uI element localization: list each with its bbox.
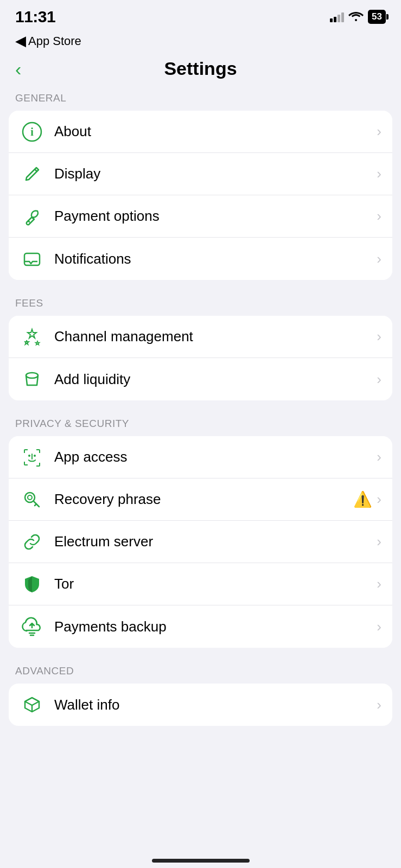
row-extras-add-liquidity: › [377,371,381,388]
section-advanced: ADVANCED Wallet info› [0,665,401,726]
back-button[interactable]: ‹ [15,60,21,78]
row-label-add-liquidity: Add liquidity [54,371,367,388]
page-title: Settings [164,58,237,79]
chevron-right-icon: › [377,449,381,465]
settings-sections: GENERAL i About› Display› Payment option… [0,92,401,726]
chevron-right-icon: › [377,618,381,635]
signal-icon [330,11,344,22]
chevron-right-icon: › [377,123,381,140]
row-label-recovery-phrase: Recovery phrase [54,491,343,508]
faceid-icon [20,445,44,470]
settings-row-channel-management[interactable]: Channel management› [9,316,392,358]
inbox-icon [20,246,44,271]
row-extras-wallet-info: › [377,697,381,713]
row-extras-tor: › [377,576,381,592]
warning-icon: ⚠️ [353,490,372,508]
row-label-notifications: Notifications [54,251,367,267]
settings-row-app-access[interactable]: App access› [9,436,392,478]
app-store-nav: ◀ App Store [0,30,401,54]
row-label-electrum-server: Electrum server [54,533,367,550]
svg-point-4 [28,455,30,457]
shield-icon [20,572,44,597]
cube-icon [20,692,44,717]
row-extras-payments-backup: › [377,618,381,635]
section-general: GENERAL i About› Display› Payment option… [0,92,401,280]
info-icon: i [20,119,44,144]
chevron-right-icon: › [377,491,381,508]
link-icon [20,529,44,554]
row-extras-app-access: › [377,449,381,465]
section-label-advanced: ADVANCED [0,665,401,684]
section-card-fees: Channel management› Add liquidity› [9,316,392,400]
settings-row-about[interactable]: i About› [9,111,392,153]
chevron-right-icon: › [377,328,381,345]
wrench-icon [20,204,44,229]
section-label-general: GENERAL [0,92,401,111]
section-fees: FEES Channel management› Add liquidity› [0,297,401,400]
section-card-privacy-security: App access› Recovery phrase⚠️› Electrum … [9,436,392,648]
row-label-channel-management: Channel management [54,328,367,345]
wifi-icon [348,9,364,24]
section-card-general: i About› Display› Payment options› Notif… [9,111,392,280]
back-small-arrow: ◀ [15,33,26,49]
key-icon [20,487,44,512]
row-extras-notifications: › [377,251,381,267]
cloud-upload-icon [20,614,44,639]
status-time: 11:31 [15,8,55,26]
row-label-wallet-info: Wallet info [54,697,367,713]
bucket-icon [20,367,44,392]
app-store-label: App Store [28,34,81,48]
chevron-right-icon: › [377,697,381,713]
chevron-right-icon: › [377,165,381,182]
settings-row-add-liquidity[interactable]: Add liquidity› [9,358,392,400]
chevron-right-icon: › [377,371,381,388]
settings-row-wallet-info[interactable]: Wallet info› [9,684,392,726]
row-label-about: About [54,123,367,140]
status-icons: 53 [330,9,386,24]
section-card-advanced: Wallet info› [9,684,392,726]
svg-rect-2 [24,253,40,265]
chevron-right-icon: › [377,533,381,550]
row-extras-payment-options: › [377,208,381,225]
settings-row-payments-backup[interactable]: Payments backup› [9,605,392,648]
row-label-display: Display [54,165,367,182]
settings-row-electrum-server[interactable]: Electrum server› [9,521,392,563]
chevron-right-icon: › [377,208,381,225]
settings-row-display[interactable]: Display› [9,153,392,195]
pen-icon [20,162,44,187]
section-label-privacy-security: PRIVACY & SECURITY [0,418,401,436]
chevron-right-icon: › [377,576,381,592]
svg-point-8 [28,495,32,500]
section-privacy-security: PRIVACY & SECURITY App access› Recovery … [0,418,401,648]
row-label-tor: Tor [54,576,367,592]
settings-row-recovery-phrase[interactable]: Recovery phrase⚠️› [9,478,392,521]
svg-point-3 [26,373,38,378]
row-extras-display: › [377,165,381,182]
sparkles-icon [20,324,44,349]
section-label-fees: FEES [0,297,401,316]
row-label-app-access: App access [54,449,367,465]
status-bar: 11:31 53 [0,0,401,30]
row-extras-electrum-server: › [377,533,381,550]
settings-row-payment-options[interactable]: Payment options› [9,195,392,238]
app-store-back[interactable]: ◀ App Store [15,33,386,49]
settings-row-tor[interactable]: Tor› [9,563,392,605]
row-extras-about: › [377,123,381,140]
svg-text:i: i [30,126,34,138]
chevron-right-icon: › [377,251,381,267]
battery-icon: 53 [368,10,386,24]
row-label-payment-options: Payment options [54,208,367,225]
row-label-payments-backup: Payments backup [54,618,367,635]
page-header: ‹ Settings [0,54,401,92]
home-indicator [152,859,250,863]
row-extras-recovery-phrase: ⚠️› [353,490,381,508]
row-extras-channel-management: › [377,328,381,345]
settings-row-notifications[interactable]: Notifications› [9,238,392,280]
svg-point-5 [34,455,36,457]
